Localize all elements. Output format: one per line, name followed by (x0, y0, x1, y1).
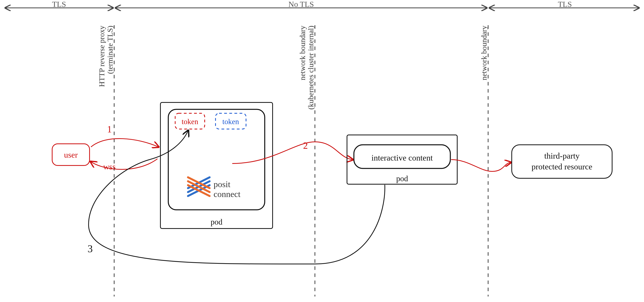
posit-label-1: posit (214, 179, 230, 189)
zone-no-tls-label: No TLS (288, 0, 314, 9)
node-user: user (52, 144, 90, 165)
zone-arrows: TLS No TLS TLS (6, 0, 639, 9)
node-token-red-label: token (182, 117, 198, 126)
node-third-party-label-2: protected resource (532, 162, 592, 171)
zone-tls-right-label: TLS (558, 0, 572, 9)
edge-wss-label: wss (103, 162, 116, 171)
boundary-proxy-label-1: HTTP reverse proxy (98, 26, 106, 87)
node-pod-connect-label: pod (210, 217, 222, 226)
node-pod-content-label: pod (396, 174, 408, 183)
edge-to-third-party (451, 160, 510, 171)
edge-2-label: 2 (303, 140, 308, 151)
node-interactive-label: interactive content (372, 153, 433, 162)
zone-tls-left-label: TLS (52, 0, 66, 9)
node-pod-connect: pod token token posit connect (160, 102, 272, 228)
node-pod-content: pod interactive content (347, 135, 457, 184)
posit-label-2: connect (214, 189, 240, 199)
boundary-k8s-label-2: (kubernetes cluster internal) (307, 26, 315, 110)
posit-logo-icon (188, 177, 210, 196)
edge-1-label: 1 (107, 124, 112, 134)
boundary-proxy-label-2: (terminate TLS) (106, 26, 114, 74)
boundary-k8s-label-1: network boundary (298, 26, 307, 80)
edge-1: 1 (91, 124, 158, 147)
node-token-blue-label: token (222, 117, 239, 126)
svg-rect-6 (512, 145, 612, 178)
node-third-party: third-party protected resource (512, 145, 612, 178)
boundary-right-label: network boundary (480, 26, 488, 80)
edge-2: 2 (232, 140, 352, 163)
edge-3-label: 3 (88, 243, 93, 254)
node-user-label: user (64, 150, 78, 159)
node-third-party-label-1: third-party (544, 151, 580, 160)
edge-wss: wss (91, 159, 158, 171)
